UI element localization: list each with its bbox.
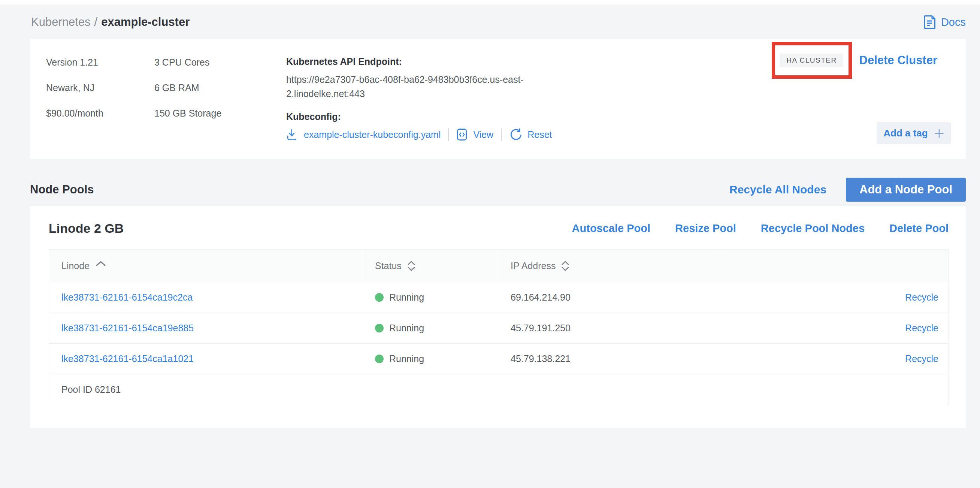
table-row: lke38731-62161-6154ca1a1021 Running 45.7…: [49, 343, 948, 374]
delete-pool-button[interactable]: Delete Pool: [889, 222, 948, 234]
ip-address: 45.79.138.221: [498, 354, 722, 364]
kubeconfig-label: Kubeconfig:: [286, 111, 571, 122]
view-kubeconfig-button[interactable]: View: [456, 128, 493, 141]
cluster-region: Newark, NJ: [46, 82, 154, 94]
status-text: Running: [389, 323, 424, 333]
ip-address: 45.79.191.250: [498, 323, 722, 333]
pool-id-label: Pool ID 62161: [49, 374, 948, 405]
kubernetes-cluster-page: Kubernetes/example-cluster Docs Version …: [0, 13, 980, 428]
view-label: View: [473, 129, 493, 140]
docs-link[interactable]: Docs: [923, 14, 966, 30]
table-row: lke38731-62161-6154ca19c2ca Running 69.1…: [49, 282, 948, 313]
breadcrumb-current: example-cluster: [101, 15, 189, 29]
delete-cluster-button[interactable]: Delete Cluster: [859, 54, 937, 67]
cluster-specs-column-2: 3 CPU Cores 6 GB RAM 150 GB Storage: [154, 56, 286, 159]
sort-ascending-icon: [95, 261, 106, 266]
cluster-version: Version 1.21: [46, 56, 154, 68]
column-label-ip-address: IP Address: [511, 260, 555, 271]
sort-icon: [407, 261, 415, 271]
kubeconfig-download-link[interactable]: example-cluster-kubeconfig.yaml: [286, 128, 441, 141]
breadcrumb: Kubernetes/example-cluster: [31, 15, 189, 29]
cluster-specs-column-1: Version 1.21 Newark, NJ $90.00/month: [46, 56, 154, 159]
ip-address: 69.164.214.90: [498, 292, 722, 303]
kubeconfig-filename: example-cluster-kubeconfig.yaml: [304, 129, 441, 140]
node-pools-header-actions: Recycle All Nodes Add a Node Pool: [729, 178, 966, 202]
reset-icon: [509, 128, 522, 141]
add-tag-label: Add a tag: [883, 128, 928, 139]
recycle-node-button[interactable]: Recycle: [905, 292, 939, 303]
api-endpoint-url: https://9e2a7307-b6ac-408f-ba62-9483b0b3…: [286, 72, 568, 101]
status-dot: [375, 354, 383, 363]
cluster-cpu: 3 CPU Cores: [154, 56, 286, 68]
cluster-price: $90.00/month: [46, 107, 154, 119]
node-link[interactable]: lke38731-62161-6154ca1a1021: [61, 354, 194, 364]
top-strip: [0, 0, 980, 5]
sort-icon: [562, 261, 569, 271]
add-node-pool-button[interactable]: Add a Node Pool: [846, 178, 966, 202]
recycle-node-button[interactable]: Recycle: [905, 354, 939, 364]
pool-actions: Autoscale Pool Resize Pool Recycle Pool …: [572, 222, 948, 234]
pool-head-row: Linode 2 GB Autoscale Pool Resize Pool R…: [49, 221, 948, 236]
node-pools-heading: Node Pools: [30, 183, 94, 196]
add-tag-button[interactable]: Add a tag: [877, 122, 951, 144]
breadcrumb-section-link[interactable]: Kubernetes: [31, 15, 91, 29]
node-table: Linode Status IP Address: [49, 249, 948, 405]
reset-kubeconfig-button[interactable]: Reset: [509, 128, 552, 141]
cluster-summary-card: Version 1.21 Newark, NJ $90.00/month 3 C…: [30, 39, 966, 159]
ha-cluster-badge: HA CLUSTER: [780, 54, 843, 67]
status-cell: Running: [363, 323, 498, 333]
autoscale-pool-button[interactable]: Autoscale Pool: [572, 222, 651, 234]
code-file-icon: [456, 128, 468, 141]
status-text: Running: [389, 354, 424, 364]
node-link[interactable]: lke38731-62161-6154ca19c2ca: [61, 292, 192, 303]
recycle-node-button[interactable]: Recycle: [905, 323, 939, 333]
node-table-header: Linode Status IP Address: [49, 250, 948, 282]
resize-pool-button[interactable]: Resize Pool: [675, 222, 736, 234]
kubeconfig-actions-row: example-cluster-kubeconfig.yaml View: [286, 128, 571, 141]
column-header-linode[interactable]: Linode: [49, 250, 363, 282]
reset-label: Reset: [527, 129, 552, 140]
column-header-ip-address[interactable]: IP Address: [498, 250, 722, 282]
annotation-highlight-box: HA CLUSTER: [772, 42, 852, 79]
status-cell: Running: [363, 292, 498, 303]
status-dot: [375, 293, 383, 302]
status-cell: Running: [363, 354, 498, 364]
recycle-all-nodes-button[interactable]: Recycle All Nodes: [729, 183, 826, 196]
node-link[interactable]: lke38731-62161-6154ca19e885: [61, 323, 194, 333]
column-header-status[interactable]: Status: [363, 250, 498, 282]
cluster-ram: 6 GB RAM: [154, 82, 286, 94]
download-icon: [286, 128, 298, 141]
divider: [448, 128, 449, 141]
divider: [501, 128, 502, 141]
recycle-pool-nodes-button[interactable]: Recycle Pool Nodes: [761, 222, 865, 234]
api-endpoint-label: Kubernetes API Endpoint:: [286, 56, 571, 67]
api-endpoint-section: Kubernetes API Endpoint: https://9e2a730…: [286, 56, 571, 159]
pool-name: Linode 2 GB: [49, 221, 124, 236]
column-label-status: Status: [375, 260, 402, 271]
page-header-row: Kubernetes/example-cluster Docs: [30, 13, 966, 31]
cluster-top-actions: HA CLUSTER Delete Cluster: [772, 42, 937, 79]
docs-icon: [923, 14, 937, 30]
plus-icon: [934, 129, 944, 138]
table-row: lke38731-62161-6154ca19e885 Running 45.7…: [49, 313, 948, 343]
node-pools-header-row: Node Pools Recycle All Nodes Add a Node …: [30, 178, 966, 202]
status-text: Running: [389, 292, 424, 303]
status-dot: [375, 324, 383, 332]
docs-label: Docs: [941, 16, 966, 29]
breadcrumb-separator: /: [94, 15, 98, 29]
column-label-linode: Linode: [61, 260, 89, 271]
cluster-storage: 150 GB Storage: [154, 107, 286, 119]
column-header-actions: [722, 250, 948, 282]
node-pool-card: Linode 2 GB Autoscale Pool Resize Pool R…: [30, 206, 966, 428]
